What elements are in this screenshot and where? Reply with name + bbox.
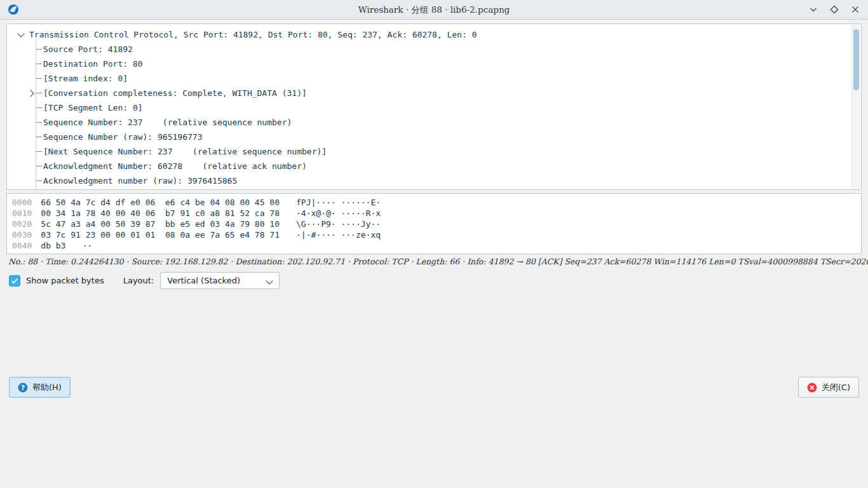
tree-branch-line <box>36 78 42 79</box>
vertical-scrollbar[interactable] <box>851 25 860 189</box>
hex-bytes[interactable]: 03 7c 91 23 00 00 01 01 08 0a ee 7a 65 e… <box>41 230 280 240</box>
hex-dump: 000066 50 4a 7c d4 df e0 06 e6 c4 be 04 … <box>12 197 861 251</box>
tree-item-label: Destination Port: 80 <box>43 57 143 71</box>
tree-branch-line <box>36 151 42 152</box>
tree-row[interactable]: 1000 .... = Header Length: 32 bytes (8) <box>8 188 852 189</box>
hex-row[interactable]: 001000 34 1a 78 40 00 40 06 b7 91 c0 a8 … <box>12 208 861 219</box>
hex-offset: 0000 <box>12 198 32 207</box>
hex-ascii[interactable]: ·4·x@·@· ·····R·x <box>296 208 381 218</box>
hex-ascii[interactable]: ·· <box>82 241 92 250</box>
hex-bytes[interactable]: 66 50 4a 7c d4 df e0 06 e6 c4 be 04 08 0… <box>41 198 280 207</box>
tree-row[interactable]: Acknowledgment number (raw): 3976415865 <box>8 173 852 188</box>
tree-item-label: Source Port: 41892 <box>43 42 133 57</box>
tree-row[interactable]: [TCP Segment Len: 0] <box>8 100 852 115</box>
window-title: Wireshark · 分组 88 · lib6-2.pcapng <box>358 0 510 19</box>
tree-row[interactable]: Sequence Number: 237 (relative sequence … <box>8 115 852 130</box>
tree-branch-line <box>36 180 42 181</box>
close-button[interactable]: 关闭(C) <box>798 377 859 398</box>
tree-branch-line <box>36 137 42 137</box>
tree-row[interactable]: Sequence Number (raw): 965196773 <box>8 130 852 144</box>
close-button-label: 关闭(C) <box>822 382 850 393</box>
chevron-down-icon[interactable] <box>17 30 24 37</box>
tree-row[interactable]: [Next Sequence Number: 237 (relative seq… <box>8 144 852 159</box>
layout-label: Layout: <box>123 276 154 285</box>
window-controls <box>808 4 860 15</box>
packet-detail-tree: Transmission Control Protocol, Src Port:… <box>8 25 852 189</box>
tree-branch-line <box>36 122 42 123</box>
dialog-buttons: ? 帮助(H) 关闭(C) <box>0 292 868 488</box>
help-button[interactable]: ? 帮助(H) <box>9 377 71 398</box>
hex-offset: 0040 <box>12 241 32 250</box>
tree-branch-line <box>36 64 42 64</box>
tree-item-label: [Conversation completeness: Complete, WI… <box>43 86 307 100</box>
hex-bytes[interactable]: 5c 47 a3 a4 00 50 39 87 bb e5 ed 03 4a 7… <box>41 219 280 229</box>
show-packet-bytes-label: Show packet bytes <box>26 276 104 285</box>
layout-select-value: Vertical (Stacked) <box>167 276 240 285</box>
wireshark-logo-icon <box>8 4 19 15</box>
maximize-icon[interactable] <box>829 4 839 15</box>
packet-bytes-pane: 000066 50 4a 7c d4 df e0 06 e6 c4 be 04 … <box>6 193 862 254</box>
help-button-label: 帮助(H) <box>32 382 62 393</box>
tree-item-label: Acknowledgment Number: 60278 (relative a… <box>43 159 307 173</box>
tree-item-label: Sequence Number: 237 (relative sequence … <box>43 115 292 130</box>
tree-row-root[interactable]: Transmission Control Protocol, Src Port:… <box>8 27 852 42</box>
svg-text:?: ? <box>21 383 25 391</box>
hex-offset: 0030 <box>12 230 32 240</box>
hex-offset: 0020 <box>12 219 32 229</box>
chevron-right-icon[interactable] <box>27 90 34 97</box>
hex-row[interactable]: 003003 7c 91 23 00 00 01 01 08 0a ee 7a … <box>12 229 861 240</box>
tree-row[interactable]: [Conversation completeness: Complete, WI… <box>8 86 852 100</box>
help-icon: ? <box>18 383 28 393</box>
tree-item-label: [Next Sequence Number: 237 (relative seq… <box>43 144 327 159</box>
hex-row[interactable]: 0040db b3·· <box>12 240 861 251</box>
hex-bytes[interactable]: db b3 <box>41 241 65 250</box>
tree-branch-line <box>36 107 42 108</box>
titlebar[interactable]: Wireshark · 分组 88 · lib6-2.pcapng <box>0 0 868 20</box>
tree-branch-line <box>36 49 42 50</box>
hex-ascii[interactable]: fPJ|···· ······E· <box>296 198 381 207</box>
wireshark-packet-dialog: Wireshark · 分组 88 · lib6-2.pcapng Transm… <box>0 0 868 488</box>
hex-ascii[interactable]: \G···P9· ····Jy·· <box>296 219 381 229</box>
tree-item-label: Sequence Number (raw): 965196773 <box>43 130 202 144</box>
show-packet-bytes-checkbox[interactable] <box>9 275 20 287</box>
tree-row[interactable]: Destination Port: 80 <box>8 57 852 71</box>
tree-item-label: [TCP Segment Len: 0] <box>43 100 143 115</box>
hex-row[interactable]: 00205c 47 a3 a4 00 50 39 87 bb e5 ed 03 … <box>12 219 861 229</box>
scrollbar-thumb[interactable] <box>853 29 859 90</box>
tree-item-label: Transmission Control Protocol, Src Port:… <box>29 27 477 42</box>
close-icon <box>807 383 817 393</box>
tree-item-label: [Stream index: 0] <box>43 71 128 86</box>
hex-row[interactable]: 000066 50 4a 7c d4 df e0 06 e6 c4 be 04 … <box>12 197 861 208</box>
tree-item-label: 1000 .... = Header Length: 32 bytes (8) <box>43 188 237 189</box>
hex-offset: 0010 <box>12 208 32 218</box>
tree-item-label: Acknowledgment number (raw): 3976415865 <box>43 173 237 188</box>
close-window-icon[interactable] <box>850 4 860 15</box>
tree-row[interactable]: Source Port: 41892 <box>8 42 852 57</box>
tree-branch-line <box>36 93 42 93</box>
dialog-controls: Show packet bytes Layout: Vertical (Stac… <box>0 269 868 292</box>
tree-children: Source Port: 41892Destination Port: 80[S… <box>8 42 852 189</box>
tree-branch-line <box>36 166 42 166</box>
packet-detail-pane: Transmission Control Protocol, Src Port:… <box>6 24 862 190</box>
tree-row[interactable]: Acknowledgment Number: 60278 (relative a… <box>8 159 852 173</box>
hex-bytes[interactable]: 00 34 1a 78 40 00 40 06 b7 91 c0 a8 81 5… <box>41 208 280 218</box>
packet-summary-line: No.: 88 · Time: 0.244264130 · Source: 19… <box>0 254 868 269</box>
tree-row[interactable]: [Stream index: 0] <box>8 71 852 86</box>
layout-select[interactable]: Vertical (Stacked) <box>160 272 280 289</box>
minimize-icon[interactable] <box>808 4 818 15</box>
chevron-down-icon <box>266 277 273 284</box>
hex-ascii[interactable]: ·|·#···· ···ze·xq <box>296 230 381 240</box>
